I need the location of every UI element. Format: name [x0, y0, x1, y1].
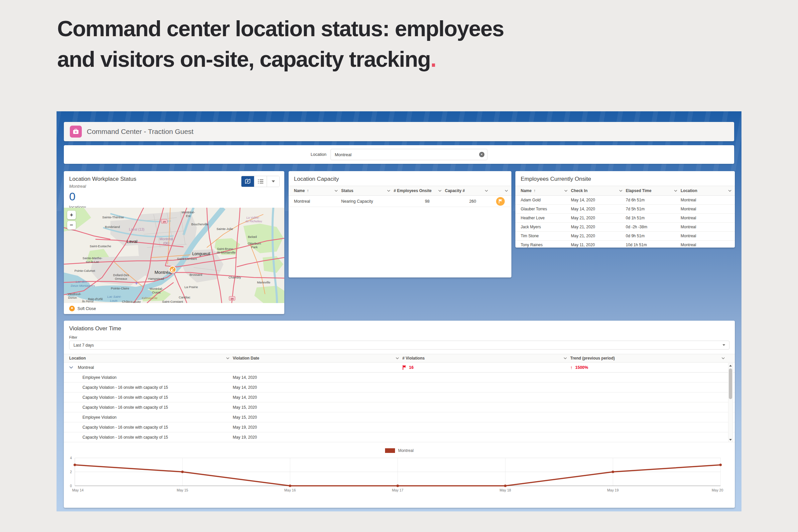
- clear-search-icon[interactable]: ✕: [479, 152, 484, 157]
- map-label: Brossard: [189, 273, 202, 277]
- cell-violation-date: May 19, 2020: [233, 425, 402, 430]
- cell-status: Nearing Capacity: [341, 199, 394, 204]
- violations-table-header: Location Violation Date # Violations Tre…: [64, 354, 735, 363]
- filter-select[interactable]: Last 7 days: [69, 341, 729, 349]
- cell-violation-date: May 15, 2020: [233, 405, 402, 410]
- cell-violation-label: Capacity Violation - 16 onsite with capa…: [69, 425, 233, 430]
- map-label: Marieville: [257, 281, 270, 284]
- chevron-down-icon[interactable]: [563, 357, 567, 359]
- cell: 7d 6h 51m: [626, 198, 681, 202]
- map-label: Lac des: [75, 280, 87, 283]
- chevron-down-icon[interactable]: [396, 357, 399, 359]
- column-trend[interactable]: Trend (previous period): [570, 356, 615, 361]
- map-label: Longueuil: [192, 251, 210, 256]
- map-label: Saint-Lambert: [177, 257, 197, 261]
- cell: Tim Stone: [521, 234, 571, 238]
- chevron-down-icon[interactable]: [438, 190, 442, 192]
- app-header: Command Center - Traction Guest: [64, 122, 734, 141]
- cell-violation-date: May 19, 2020: [233, 435, 402, 440]
- page-title-line1: Command center location status: employee…: [57, 16, 504, 41]
- chevron-down-icon[interactable]: [674, 190, 677, 192]
- cell-violation-label: Capacity Violation - 16 onsite with capa…: [69, 385, 233, 390]
- sort-asc-icon: ↑: [534, 188, 536, 193]
- map-label: Hampstead: [148, 277, 164, 281]
- svg-text:May 14: May 14: [72, 488, 84, 492]
- chevron-down-icon[interactable]: [334, 190, 338, 192]
- cell-violation-date: May 14, 2020: [233, 375, 402, 380]
- chevron-down-icon[interactable]: [485, 190, 488, 192]
- chevron-down-icon[interactable]: [564, 190, 568, 192]
- scrollbar-thumb[interactable]: [729, 368, 732, 399]
- scrollbar-up-arrow[interactable]: [729, 365, 732, 366]
- map-label: Sainte-Julie: [217, 227, 233, 231]
- chevron-down-icon[interactable]: [619, 190, 623, 192]
- table-row: Capacity Violation - 16 onsite with capa…: [64, 393, 735, 402]
- svg-text:May 18: May 18: [499, 488, 511, 492]
- map-label: Laval: [127, 239, 137, 244]
- cell: May 21, 2020: [571, 234, 626, 238]
- column-capacity[interactable]: Capacity #: [445, 188, 465, 193]
- table-scrollbar[interactable]: [728, 363, 733, 442]
- svg-text:May 15: May 15: [177, 488, 188, 492]
- column-violation-date[interactable]: Violation Date: [233, 356, 259, 361]
- trend-up-icon: ↑: [570, 365, 573, 370]
- page-title: Command center location status: employee…: [57, 13, 623, 75]
- cell: Adam Gold: [521, 198, 571, 202]
- column-employees-onsite[interactable]: # Employees Onsite: [394, 188, 431, 193]
- violations-count: 16: [409, 365, 414, 370]
- chevron-down-icon[interactable]: [728, 190, 731, 192]
- location-workplace-status-card: Location Workplace Status Montreal 0 loc…: [64, 171, 284, 314]
- map-label: Ormeaux: [115, 277, 127, 281]
- map-zoom-in-button[interactable]: +: [67, 211, 76, 219]
- page-title-period: .: [431, 47, 436, 72]
- view-options-dropdown-button[interactable]: [267, 176, 279, 187]
- map-label: Île Perrot: [82, 300, 94, 303]
- map-view-button[interactable]: [241, 176, 254, 187]
- table-row: Employee ViolationMay 14, 2020: [64, 373, 735, 382]
- map-zoom-out-button[interactable]: −: [67, 221, 76, 230]
- map-label: Louis: [110, 299, 118, 302]
- table-row: Adam GoldMay 14, 20207d 6h 51mMontreal: [515, 196, 735, 205]
- cell: May 11, 2020: [571, 243, 626, 247]
- cell-employees-onsite: 98: [394, 199, 445, 204]
- column-name[interactable]: Name: [294, 188, 305, 193]
- map-label: Dollard-Des: [113, 273, 129, 277]
- cell-violation-date: May 14, 2020: [233, 385, 402, 390]
- sort-asc-icon: ↑: [307, 188, 309, 193]
- column-status[interactable]: Status: [341, 188, 353, 193]
- view-toggle-group: [241, 176, 280, 187]
- group-location-label[interactable]: Montreal: [78, 365, 94, 370]
- cell: 0d -2h -38m: [626, 225, 681, 229]
- scrollbar-down-arrow[interactable]: [729, 439, 732, 441]
- map-label: La Prairie: [185, 285, 198, 289]
- chevron-down-icon[interactable]: [505, 190, 508, 192]
- chevron-down-icon[interactable]: [387, 190, 390, 192]
- chevron-down-icon[interactable]: [226, 357, 229, 359]
- employees-onsite-card: Employees Currently Onsite Name↑ Check I…: [515, 171, 735, 248]
- table-row: Capacity Violation - 16 onsite with capa…: [64, 432, 735, 442]
- column-location[interactable]: Location: [681, 188, 697, 193]
- column-location[interactable]: Location: [69, 356, 86, 361]
- location-search-input[interactable]: [331, 149, 487, 160]
- flag-button[interactable]: [496, 197, 505, 206]
- location-marker[interactable]: [169, 266, 176, 273]
- map-icon: [245, 178, 251, 185]
- table-row: Capacity Violation - 16 onsite with capa…: [64, 422, 735, 432]
- column-violations-count[interactable]: # Violations: [402, 356, 425, 361]
- highway-badge-label: 35: [231, 298, 234, 300]
- column-elapsed-time[interactable]: Elapsed Time: [626, 188, 651, 193]
- page-title-line2: and visitors on-site, capacity tracking: [57, 47, 431, 72]
- map[interactable]: + −: [64, 208, 284, 303]
- trend-value: 1500%: [575, 365, 588, 370]
- group-row-montreal: Montreal 16 ↑ 1500%: [64, 363, 735, 373]
- column-name[interactable]: Name: [521, 188, 532, 193]
- map-label: du-Richelieu: [245, 220, 262, 223]
- list-view-button[interactable]: [254, 176, 267, 187]
- column-check-in[interactable]: Check In: [571, 188, 588, 193]
- cell: May 21, 2020: [571, 216, 626, 220]
- map-label: Montréal-: [182, 210, 195, 214]
- expand-chevron-icon[interactable]: [69, 366, 73, 368]
- table-row: Capacity Violation - 16 onsite with capa…: [64, 402, 735, 412]
- map-label: Saint-Eustache: [90, 244, 111, 248]
- chevron-down-icon[interactable]: [722, 357, 725, 359]
